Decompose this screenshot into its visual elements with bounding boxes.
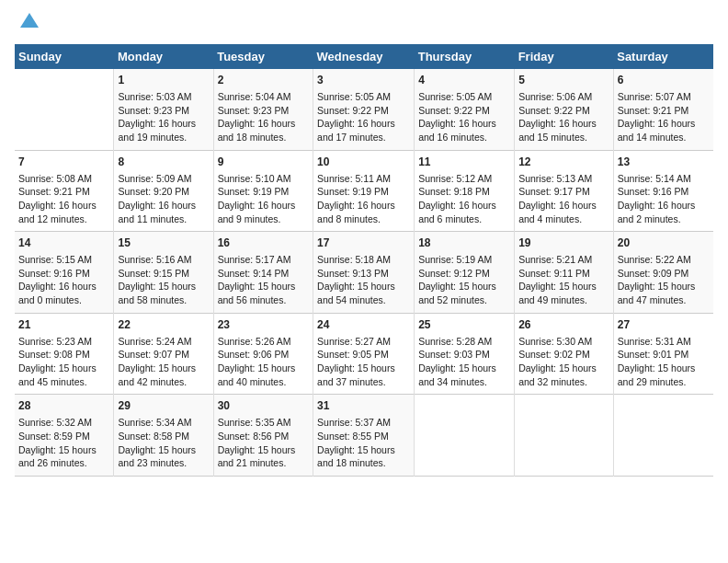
calendar-cell (15, 69, 114, 150)
day-number: 3 (317, 73, 410, 88)
calendar-cell: 27Sunrise: 5:31 AM Sunset: 9:01 PM Dayli… (613, 313, 713, 395)
calendar-cell (415, 395, 515, 477)
calendar-table: SundayMondayTuesdayWednesdayThursdayFrid… (15, 44, 713, 477)
col-header-saturday: Saturday (613, 44, 713, 69)
calendar-cell: 23Sunrise: 5:26 AM Sunset: 9:06 PM Dayli… (213, 313, 313, 395)
calendar-cell: 17Sunrise: 5:18 AM Sunset: 9:13 PM Dayli… (313, 232, 415, 314)
calendar-cell: 26Sunrise: 5:30 AM Sunset: 9:02 PM Dayli… (515, 313, 614, 395)
page-header (15, 15, 713, 37)
day-info: Sunrise: 5:12 AM Sunset: 9:18 PM Dayligh… (418, 172, 510, 226)
day-number: 21 (18, 317, 109, 333)
calendar-cell: 19Sunrise: 5:21 AM Sunset: 9:11 PM Dayli… (515, 232, 614, 314)
calendar-cell: 30Sunrise: 5:35 AM Sunset: 8:56 PM Dayli… (213, 395, 313, 477)
day-number: 15 (118, 236, 209, 251)
day-info: Sunrise: 5:32 AM Sunset: 8:59 PM Dayligh… (18, 416, 109, 470)
day-info: Sunrise: 5:05 AM Sunset: 9:22 PM Dayligh… (317, 90, 410, 144)
day-number: 1 (118, 73, 209, 88)
calendar-cell: 10Sunrise: 5:11 AM Sunset: 9:19 PM Dayli… (313, 150, 415, 232)
day-number: 11 (418, 155, 510, 170)
day-info: Sunrise: 5:06 AM Sunset: 9:22 PM Dayligh… (518, 90, 609, 144)
day-info: Sunrise: 5:37 AM Sunset: 8:55 PM Dayligh… (317, 416, 410, 470)
calendar-cell: 4Sunrise: 5:05 AM Sunset: 9:22 PM Daylig… (415, 69, 515, 150)
calendar-cell: 3Sunrise: 5:05 AM Sunset: 9:22 PM Daylig… (313, 69, 415, 150)
col-header-wednesday: Wednesday (313, 44, 415, 69)
day-number: 27 (618, 317, 710, 333)
day-number: 4 (418, 73, 510, 88)
day-info: Sunrise: 5:04 AM Sunset: 9:23 PM Dayligh… (218, 90, 309, 144)
day-number: 10 (317, 155, 410, 170)
calendar-cell: 6Sunrise: 5:07 AM Sunset: 9:21 PM Daylig… (613, 69, 713, 150)
calendar-cell: 7Sunrise: 5:08 AM Sunset: 9:21 PM Daylig… (15, 150, 114, 232)
calendar-cell: 9Sunrise: 5:10 AM Sunset: 9:19 PM Daylig… (213, 150, 313, 232)
day-info: Sunrise: 5:35 AM Sunset: 8:56 PM Dayligh… (218, 416, 309, 470)
calendar-cell: 12Sunrise: 5:13 AM Sunset: 9:17 PM Dayli… (515, 150, 614, 232)
day-number: 20 (618, 236, 710, 251)
calendar-cell (613, 395, 713, 477)
logo (15, 15, 42, 37)
calendar-cell: 13Sunrise: 5:14 AM Sunset: 9:16 PM Dayli… (613, 150, 713, 232)
day-info: Sunrise: 5:30 AM Sunset: 9:02 PM Dayligh… (518, 335, 609, 389)
calendar-cell: 25Sunrise: 5:28 AM Sunset: 9:03 PM Dayli… (415, 313, 515, 395)
day-number: 7 (18, 155, 109, 170)
day-info: Sunrise: 5:18 AM Sunset: 9:13 PM Dayligh… (317, 253, 410, 307)
calendar-cell: 11Sunrise: 5:12 AM Sunset: 9:18 PM Dayli… (415, 150, 515, 232)
day-info: Sunrise: 5:13 AM Sunset: 9:17 PM Dayligh… (518, 172, 609, 226)
day-number: 17 (317, 236, 410, 251)
day-number: 26 (518, 317, 609, 333)
calendar-cell: 15Sunrise: 5:16 AM Sunset: 9:15 PM Dayli… (114, 232, 213, 314)
logo-icon (17, 9, 42, 35)
day-info: Sunrise: 5:19 AM Sunset: 9:12 PM Dayligh… (418, 253, 510, 307)
calendar-cell: 21Sunrise: 5:23 AM Sunset: 9:08 PM Dayli… (15, 313, 114, 395)
day-number: 9 (218, 155, 309, 170)
day-info: Sunrise: 5:14 AM Sunset: 9:16 PM Dayligh… (618, 172, 710, 226)
day-number: 22 (118, 317, 209, 333)
day-info: Sunrise: 5:24 AM Sunset: 9:07 PM Dayligh… (118, 335, 209, 389)
col-header-thursday: Thursday (415, 44, 515, 69)
day-info: Sunrise: 5:22 AM Sunset: 9:09 PM Dayligh… (618, 253, 710, 307)
day-info: Sunrise: 5:16 AM Sunset: 9:15 PM Dayligh… (118, 253, 209, 307)
day-number: 18 (418, 236, 510, 251)
calendar-cell (515, 395, 614, 477)
day-info: Sunrise: 5:03 AM Sunset: 9:23 PM Dayligh… (118, 90, 209, 144)
calendar-cell: 18Sunrise: 5:19 AM Sunset: 9:12 PM Dayli… (415, 232, 515, 314)
day-info: Sunrise: 5:23 AM Sunset: 9:08 PM Dayligh… (18, 335, 109, 389)
day-info: Sunrise: 5:21 AM Sunset: 9:11 PM Dayligh… (518, 253, 609, 307)
day-number: 5 (518, 73, 609, 88)
calendar-cell: 2Sunrise: 5:04 AM Sunset: 9:23 PM Daylig… (213, 69, 313, 150)
day-number: 12 (518, 155, 609, 170)
day-number: 23 (218, 317, 309, 333)
day-number: 31 (317, 398, 410, 414)
col-header-tuesday: Tuesday (213, 44, 313, 69)
calendar-cell: 22Sunrise: 5:24 AM Sunset: 9:07 PM Dayli… (114, 313, 213, 395)
calendar-week-row: 28Sunrise: 5:32 AM Sunset: 8:59 PM Dayli… (15, 395, 713, 477)
day-number: 24 (317, 317, 410, 333)
day-number: 19 (518, 236, 609, 251)
day-info: Sunrise: 5:17 AM Sunset: 9:14 PM Dayligh… (218, 253, 309, 307)
day-number: 29 (118, 398, 209, 414)
calendar-cell: 28Sunrise: 5:32 AM Sunset: 8:59 PM Dayli… (15, 395, 114, 477)
day-info: Sunrise: 5:28 AM Sunset: 9:03 PM Dayligh… (418, 335, 510, 389)
day-number: 6 (618, 73, 710, 88)
day-info: Sunrise: 5:10 AM Sunset: 9:19 PM Dayligh… (218, 172, 309, 226)
calendar-cell: 14Sunrise: 5:15 AM Sunset: 9:16 PM Dayli… (15, 232, 114, 314)
svg-marker-0 (20, 13, 39, 28)
day-info: Sunrise: 5:08 AM Sunset: 9:21 PM Dayligh… (18, 172, 109, 226)
day-info: Sunrise: 5:15 AM Sunset: 9:16 PM Dayligh… (18, 253, 109, 307)
calendar-cell: 5Sunrise: 5:06 AM Sunset: 9:22 PM Daylig… (515, 69, 614, 150)
day-number: 14 (18, 236, 109, 251)
day-number: 25 (418, 317, 510, 333)
day-info: Sunrise: 5:31 AM Sunset: 9:01 PM Dayligh… (618, 335, 710, 389)
calendar-cell: 24Sunrise: 5:27 AM Sunset: 9:05 PM Dayli… (313, 313, 415, 395)
calendar-cell: 1Sunrise: 5:03 AM Sunset: 9:23 PM Daylig… (114, 69, 213, 150)
day-number: 8 (118, 155, 209, 170)
day-info: Sunrise: 5:34 AM Sunset: 8:58 PM Dayligh… (118, 416, 209, 470)
day-number: 2 (218, 73, 309, 88)
calendar-cell: 29Sunrise: 5:34 AM Sunset: 8:58 PM Dayli… (114, 395, 213, 477)
day-number: 28 (18, 398, 109, 414)
calendar-week-row: 7Sunrise: 5:08 AM Sunset: 9:21 PM Daylig… (15, 150, 713, 232)
day-info: Sunrise: 5:09 AM Sunset: 9:20 PM Dayligh… (118, 172, 209, 226)
calendar-cell: 31Sunrise: 5:37 AM Sunset: 8:55 PM Dayli… (313, 395, 415, 477)
calendar-cell: 8Sunrise: 5:09 AM Sunset: 9:20 PM Daylig… (114, 150, 213, 232)
calendar-week-row: 1Sunrise: 5:03 AM Sunset: 9:23 PM Daylig… (15, 69, 713, 150)
day-info: Sunrise: 5:05 AM Sunset: 9:22 PM Dayligh… (418, 90, 510, 144)
